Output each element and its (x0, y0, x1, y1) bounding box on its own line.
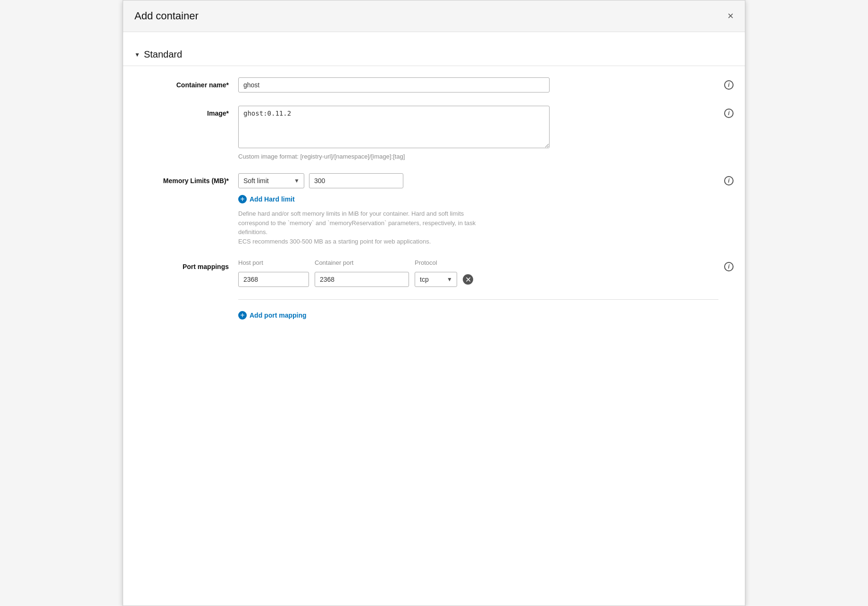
chevron-icon: ▼ (134, 51, 140, 58)
port-mappings-control: Host port Container port Protocol tcp ud… (238, 259, 718, 320)
container-port-header: Container port (315, 259, 409, 266)
memory-type-select-wrap: Soft limit Hard limit ▼ (238, 173, 304, 188)
standard-section-title: Standard (144, 49, 182, 60)
add-container-modal: Add container × ▼ Standard Container nam… (123, 0, 745, 606)
protocol-header: Protocol (415, 259, 471, 266)
memory-info-col: i (718, 173, 734, 185)
port-divider (238, 299, 718, 300)
image-hint: Custom image format: [registry-url]/[nam… (238, 153, 550, 160)
container-name-row: Container name* i (134, 77, 734, 93)
container-name-info-icon[interactable]: i (724, 80, 734, 90)
add-port-mapping-label: Add port mapping (250, 311, 307, 319)
port-mappings-row: Port mappings Host port Container port P… (134, 259, 734, 320)
protocol-select-wrap: tcp udp ▼ (415, 272, 457, 287)
standard-section-header[interactable]: ▼ Standard (123, 43, 745, 66)
add-port-mapping-icon: + (238, 311, 247, 320)
memory-description: Define hard and/or soft memory limits in… (238, 209, 550, 246)
port-mappings-info-col: i (718, 259, 734, 271)
port-column-headers: Host port Container port Protocol (238, 259, 718, 266)
add-hard-limit-icon: + (238, 195, 247, 203)
image-control: ghost:0.11.2 Custom image format: [regis… (238, 106, 718, 160)
port-mappings-label: Port mappings (134, 259, 238, 270)
port-mapping-row: tcp udp ▼ ✕ (238, 272, 718, 287)
image-label: Image* (134, 106, 238, 117)
remove-port-mapping-button[interactable]: ✕ (463, 274, 473, 285)
add-hard-limit-button[interactable]: + Add Hard limit (238, 195, 718, 203)
image-input[interactable]: ghost:0.11.2 (238, 106, 550, 148)
image-info-icon[interactable]: i (724, 109, 734, 118)
modal-title: Add container (134, 10, 199, 22)
add-hard-limit-label: Add Hard limit (250, 195, 295, 203)
image-row: Image* ghost:0.11.2 Custom image format:… (134, 106, 734, 160)
section-divider (123, 66, 745, 66)
container-name-control (238, 77, 718, 93)
memory-limits-row: Memory Limits (MB)* Soft limit Hard limi… (134, 173, 734, 246)
add-port-mapping-button[interactable]: + Add port mapping (238, 311, 718, 320)
container-port-input[interactable] (315, 272, 409, 287)
host-port-input[interactable] (238, 272, 309, 287)
memory-inputs-row: Soft limit Hard limit ▼ (238, 173, 718, 188)
container-name-info-col: i (718, 77, 734, 90)
container-name-input[interactable] (238, 77, 550, 93)
modal-header: Add container × (123, 0, 745, 32)
form-content: Container name* i Image* ghost:0.11.2 Cu… (123, 77, 745, 320)
image-info-col: i (718, 106, 734, 118)
protocol-select[interactable]: tcp udp (415, 272, 457, 287)
memory-limits-label: Memory Limits (MB)* (134, 173, 238, 185)
container-name-label: Container name* (134, 77, 238, 89)
port-mappings-info-icon[interactable]: i (724, 262, 734, 271)
memory-info-icon[interactable]: i (724, 176, 734, 185)
memory-type-select[interactable]: Soft limit Hard limit (238, 173, 304, 188)
memory-value-input[interactable] (309, 173, 403, 188)
modal-body: ▼ Standard Container name* i Image* ghos… (123, 32, 745, 344)
close-button[interactable]: × (727, 11, 734, 21)
host-port-header: Host port (238, 259, 309, 266)
memory-limits-control: Soft limit Hard limit ▼ + Add Hard limit… (238, 173, 718, 246)
